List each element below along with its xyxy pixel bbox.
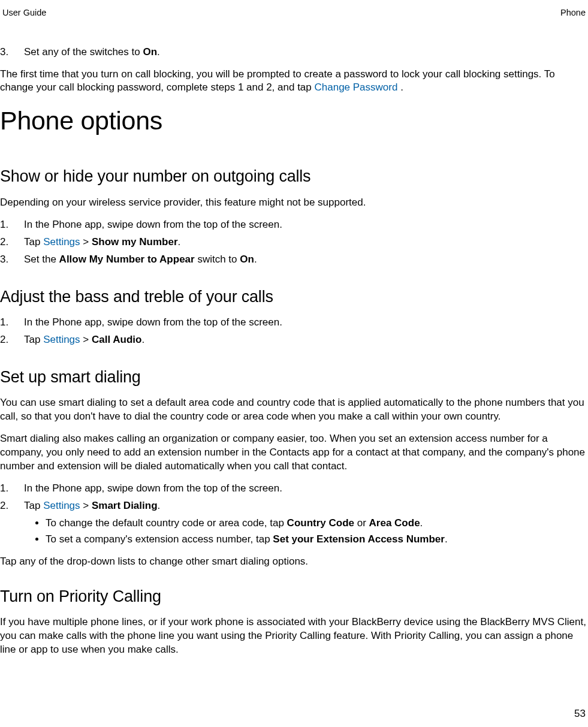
text: The first time that you turn on call blo…: [0, 68, 555, 93]
list-item: To set a company's extension access numb…: [46, 533, 588, 547]
bold: On: [143, 46, 157, 58]
section-heading-priority-calling: Turn on Priority Calling: [0, 586, 588, 607]
text: .: [157, 46, 160, 58]
page: User Guide Phone 3. Set any of the switc…: [0, 0, 588, 727]
text: .: [141, 334, 144, 345]
text: Tap: [24, 334, 43, 345]
paragraph: If you have multiple phone lines, or if …: [0, 616, 588, 657]
bold: Set your Extension Access Number: [273, 533, 445, 545]
list-item: 1. In the Phone app, swipe down from the…: [0, 482, 588, 496]
text: switch to: [195, 254, 240, 265]
section-heading-bass-treble: Adjust the bass and treble of your calls: [0, 286, 588, 307]
link-change-password[interactable]: Change Password: [315, 82, 398, 93]
step-marker: 3.: [0, 46, 18, 59]
paragraph: Depending on your wireless service provi…: [0, 196, 588, 210]
section-heading-smart-dialing: Set up smart dialing: [0, 366, 588, 388]
page-header: User Guide Phone: [0, 7, 588, 19]
step-marker: 2.: [0, 236, 18, 249]
bold: Call Audio: [92, 334, 141, 345]
sec2-steps: 1. In the Phone app, swipe down from the…: [0, 316, 588, 347]
text: In the Phone app, swipe down from the to…: [24, 219, 282, 230]
text: In the Phone app, swipe down from the to…: [24, 482, 282, 494]
text: >: [80, 236, 92, 248]
text: To set a company's extension access numb…: [46, 533, 273, 545]
paragraph: Smart dialing also makes calling an orga…: [0, 432, 588, 473]
text: Set the: [24, 254, 59, 265]
bold: Show my Number: [92, 236, 178, 248]
paragraph: The first time that you turn on call blo…: [0, 68, 588, 95]
link-settings[interactable]: Settings: [43, 236, 80, 248]
list-item: 1. In the Phone app, swipe down from the…: [0, 316, 588, 330]
sec3-bullets: To change the default country code or ar…: [0, 517, 588, 547]
list-item: 1. In the Phone app, swipe down from the…: [0, 218, 588, 232]
list-item: 2. Tap Settings > Call Audio.: [0, 333, 588, 347]
step-marker: 1.: [0, 482, 18, 496]
sec3-steps: 1. In the Phone app, swipe down from the…: [0, 482, 588, 513]
text: >: [80, 334, 92, 345]
paragraph: You can use smart dialing to set a defau…: [0, 396, 588, 424]
list-item: 2. Tap Settings > Smart Dialing.: [0, 499, 588, 513]
header-left: User Guide: [2, 7, 46, 19]
link-settings[interactable]: Settings: [43, 500, 80, 511]
text: .: [254, 254, 257, 265]
page-title: Phone options: [0, 103, 588, 138]
step-marker: 1.: [0, 218, 18, 232]
bold: On: [240, 254, 254, 265]
text: or: [354, 517, 369, 529]
header-right: Phone: [560, 7, 586, 19]
step-marker: 3.: [0, 253, 18, 267]
link-settings[interactable]: Settings: [43, 334, 80, 345]
section-heading-show-number: Show or hide your number on outgoing cal…: [0, 165, 588, 187]
step-marker: 2.: [0, 499, 18, 513]
text: Tap: [24, 236, 43, 248]
text: .: [445, 533, 448, 545]
text: To change the default country code or ar…: [46, 517, 287, 529]
list-item: 3. Set any of the switches to On.: [0, 46, 588, 59]
text: >: [80, 500, 92, 511]
step-marker: 2.: [0, 333, 18, 347]
text: .: [158, 500, 161, 511]
step-marker: 1.: [0, 316, 18, 330]
text: .: [397, 82, 403, 93]
bold: Smart Dialing: [92, 500, 158, 511]
list-item: To change the default country code or ar…: [46, 517, 588, 530]
bold: Allow My Number to Appear: [59, 254, 195, 265]
text: Set any of the switches to: [24, 46, 143, 58]
sec1-steps: 1. In the Phone app, swipe down from the…: [0, 218, 588, 267]
page-number: 53: [574, 707, 586, 721]
text: .: [420, 517, 423, 529]
list-item: 3. Set the Allow My Number to Appear swi…: [0, 253, 588, 267]
paragraph: Tap any of the drop-down lists to change…: [0, 555, 588, 569]
bold: Area Code: [369, 517, 420, 529]
text: In the Phone app, swipe down from the to…: [24, 316, 282, 328]
bold: Country Code: [287, 517, 354, 529]
list-item: 2. Tap Settings > Show my Number.: [0, 236, 588, 249]
text: Tap: [24, 500, 43, 511]
intro-steps: 3. Set any of the switches to On.: [0, 46, 588, 59]
text: .: [178, 236, 181, 248]
